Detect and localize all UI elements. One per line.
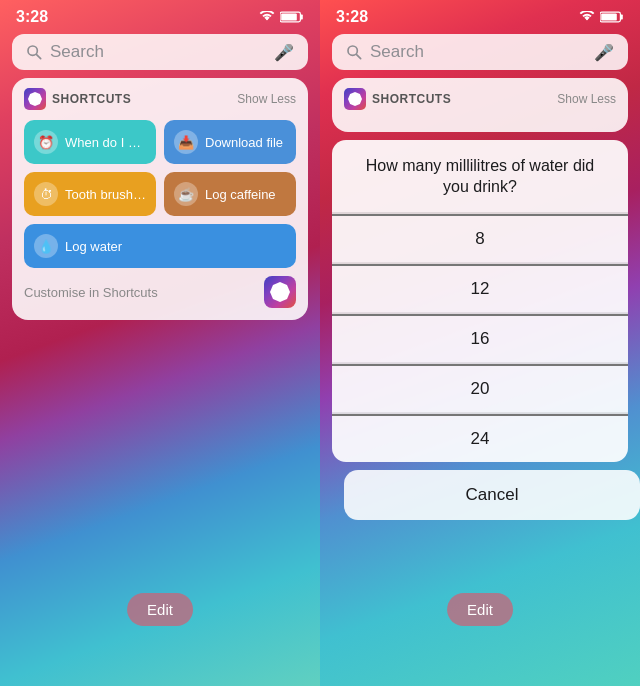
right-shortcuts-widget-icon: [344, 88, 366, 110]
right-shortcuts-widget: SHORTCUTS Show Less: [332, 78, 628, 132]
shortcuts-widget-icon: [24, 88, 46, 110]
right-wifi-icon: [579, 11, 595, 23]
left-panel: 3:28 Search 🎤: [0, 0, 320, 686]
svg-line-9: [356, 54, 360, 58]
shortcuts-app-icon[interactable]: [264, 276, 296, 308]
shortcut-grid: ⏰ When do I need t... 📥 Download file ⏱ …: [24, 120, 296, 268]
right-show-less[interactable]: Show Less: [557, 92, 616, 106]
shortcut-caffeine-btn[interactable]: ☕ Log caffeine: [164, 172, 296, 216]
left-widget-footer: Customise in Shortcuts: [24, 276, 296, 308]
left-edit-button[interactable]: Edit: [127, 593, 193, 626]
dialog-option-20[interactable]: 20: [332, 364, 628, 413]
water-icon: 💧: [34, 234, 58, 258]
right-search-text: Search: [370, 42, 586, 62]
dialog-cancel-wrapper: Cancel: [332, 470, 628, 520]
left-status-icons: [259, 11, 304, 23]
right-time: 3:28: [336, 8, 368, 26]
search-icon: [26, 44, 42, 60]
right-status-bar: 3:28: [320, 0, 640, 30]
left-widget-title-row: SHORTCUTS: [24, 88, 131, 110]
svg-rect-2: [281, 13, 297, 20]
when-icon: ⏰: [34, 130, 58, 154]
tooth-label: Tooth brushing ti...: [65, 187, 146, 202]
right-panel: 3:28 Search 🎤 SHORTCUTS: [320, 0, 640, 686]
shortcut-water-btn[interactable]: 💧 Log water: [24, 224, 296, 268]
dialog-question: How many millilitres of water did you dr…: [332, 140, 628, 213]
right-search-icon: [346, 44, 362, 60]
left-show-less[interactable]: Show Less: [237, 92, 296, 106]
wifi-icon: [259, 11, 275, 23]
shortcuts-app-icon-shape: [270, 282, 290, 302]
customise-text: Customise in Shortcuts: [24, 285, 158, 300]
dialog-cancel-button[interactable]: Cancel: [344, 470, 640, 520]
shortcuts-icon-shape: [28, 92, 42, 106]
left-search-bar[interactable]: Search 🎤: [12, 34, 308, 70]
caffeine-icon: ☕: [174, 182, 198, 206]
right-status-icons: [579, 11, 624, 23]
right-search-bar[interactable]: Search 🎤: [332, 34, 628, 70]
dialog-option-12[interactable]: 12: [332, 264, 628, 313]
right-widget-label: SHORTCUTS: [372, 92, 451, 106]
caffeine-label: Log caffeine: [205, 187, 286, 202]
download-label: Download file: [205, 135, 286, 150]
when-label: When do I need t...: [65, 135, 146, 150]
water-label: Log water: [65, 239, 286, 254]
svg-line-4: [36, 54, 40, 58]
right-mic-icon[interactable]: 🎤: [594, 43, 614, 62]
left-widget-header: SHORTCUTS Show Less: [24, 88, 296, 110]
download-icon: 📥: [174, 130, 198, 154]
water-dialog: How many millilitres of water did you dr…: [332, 140, 628, 462]
tooth-icon: ⏱: [34, 182, 58, 206]
dialog-option-16[interactable]: 16: [332, 314, 628, 363]
dialog-option-8[interactable]: 8: [332, 214, 628, 263]
left-search-text: Search: [50, 42, 266, 62]
right-battery-icon: [600, 11, 624, 23]
right-widget-header: SHORTCUTS Show Less: [344, 88, 616, 110]
dialog-option-24[interactable]: 24: [332, 414, 628, 462]
svg-rect-7: [601, 13, 617, 20]
left-time: 3:28: [16, 8, 48, 26]
shortcut-when-btn[interactable]: ⏰ When do I need t...: [24, 120, 156, 164]
shortcut-download-btn[interactable]: 📥 Download file: [164, 120, 296, 164]
svg-rect-6: [620, 15, 622, 20]
right-shortcuts-icon-shape: [348, 92, 362, 106]
left-shortcuts-widget: SHORTCUTS Show Less ⏰ When do I need t..…: [12, 78, 308, 320]
left-widget-label: SHORTCUTS: [52, 92, 131, 106]
battery-icon: [280, 11, 304, 23]
svg-rect-1: [300, 15, 302, 20]
left-mic-icon[interactable]: 🎤: [274, 43, 294, 62]
right-edit-button[interactable]: Edit: [447, 593, 513, 626]
shortcut-tooth-btn[interactable]: ⏱ Tooth brushing ti...: [24, 172, 156, 216]
right-widget-title-row: SHORTCUTS: [344, 88, 451, 110]
left-status-bar: 3:28: [0, 0, 320, 30]
